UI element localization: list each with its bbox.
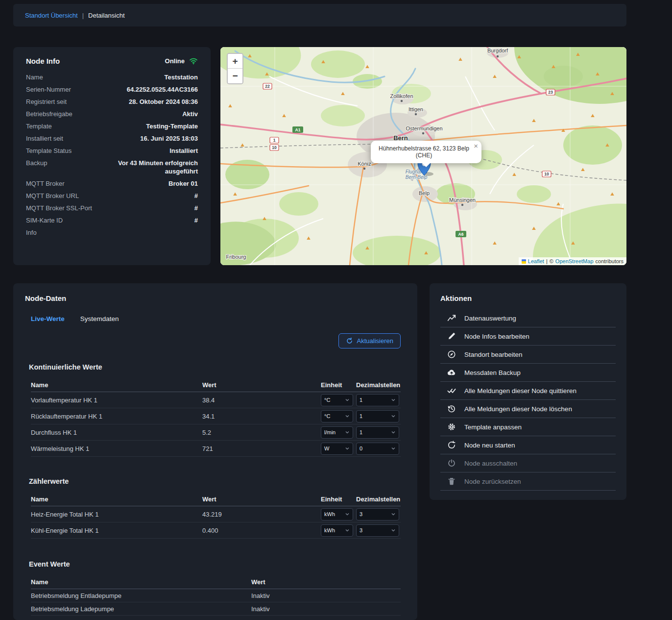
breadcrumb-link-standort-uebersicht[interactable]: Standort Übersicht: [25, 12, 78, 19]
table-row: Betriebsmeldung Entladepumpe Inaktiv: [31, 589, 401, 602]
actions-panel: Aktionen Datenauswertung Node Infos bear…: [430, 283, 626, 500]
select-value: 3: [360, 511, 362, 517]
chevron-down-icon: [345, 397, 350, 402]
status-text: Online: [165, 57, 185, 65]
zoom-out-button[interactable]: −: [228, 69, 242, 83]
cell-name: Durchfluss HK 1: [31, 429, 202, 436]
dezimalstellen-select[interactable]: 1: [356, 394, 399, 406]
tab-live-werte[interactable]: Live-Werte: [31, 315, 65, 322]
table-row: Wärmeleistung HK 1 721 W 0: [31, 441, 401, 457]
node-info-row: BetriebsfreigabeAktiv: [26, 108, 198, 120]
einheit-select[interactable]: °C: [321, 410, 353, 422]
action-meldungen-quittieren[interactable]: Alle Meldungen dieser Node quittieren: [440, 382, 616, 400]
map-label-muensingen: Münsingen: [449, 197, 476, 203]
chevron-down-icon: [391, 414, 396, 419]
action-label: Messdaten Backup: [464, 369, 521, 376]
node-info-rows: NameTeststation Serien-Nummer64.2252.052…: [26, 71, 198, 239]
row-value: #: [194, 192, 198, 200]
table-row: Kühl-Energie Total HK 1 0.400 kWh 3: [31, 522, 401, 539]
action-label: Template anpassen: [464, 423, 522, 431]
cell-name: Wärmeleistung HK 1: [31, 445, 202, 452]
action-list: Datenauswertung Node Infos bearbeiten St…: [440, 309, 616, 491]
dezimalstellen-select[interactable]: 0: [356, 443, 399, 455]
select-value: 3: [360, 527, 362, 533]
node-data-tabs: Live-Werte Systemdaten: [31, 315, 406, 322]
einheit-select[interactable]: kWh: [321, 508, 353, 521]
action-messdaten-backup[interactable]: Messdaten Backup: [440, 364, 616, 382]
route-badge-10-west: 10: [272, 145, 277, 150]
col-name: Name: [31, 381, 202, 389]
action-node-neu-starten[interactable]: Node neu starten: [440, 436, 616, 454]
popup-close-icon[interactable]: ×: [474, 142, 478, 150]
dezimalstellen-select[interactable]: 3: [356, 508, 399, 521]
action-node-ausschalten[interactable]: Node ausschalten: [440, 454, 616, 472]
chevron-down-icon: [345, 430, 350, 435]
events-heading: Event Werte: [29, 560, 406, 568]
cell-wert: 721: [202, 445, 321, 452]
cell-wert: 38.4: [202, 397, 321, 404]
map[interactable]: Burgdorf Zollikofen Ittigen Ostermundige…: [220, 47, 626, 265]
dezimalstellen-select[interactable]: 3: [356, 524, 399, 537]
einheit-select[interactable]: kWh: [321, 524, 353, 537]
page: Standort Übersicht | Detailansicht Node …: [0, 0, 672, 620]
chevron-down-icon: [345, 446, 350, 451]
cell-name: Betriebsmeldung Entladepumpe: [31, 592, 251, 599]
action-template-anpassen[interactable]: Template anpassen: [440, 418, 616, 436]
node-info-row: TemplateTesting-Template: [26, 120, 198, 132]
chevron-down-icon: [391, 397, 396, 402]
action-standort-bearbeiten[interactable]: Standort bearbeiten: [440, 346, 616, 364]
table-row: Vorlauftemperatur HK 1 38.4 °C 1: [31, 392, 401, 408]
dezimalstellen-select[interactable]: 1: [356, 426, 399, 439]
route-badge-23: 23: [548, 90, 553, 95]
col-wert: Wert: [202, 496, 321, 503]
action-meldungen-loeschen[interactable]: Alle Meldungen dieser Node löschen: [440, 400, 616, 418]
actions-title: Aktionen: [440, 294, 616, 302]
zoom-in-button[interactable]: +: [228, 54, 242, 69]
refresh-button[interactable]: Aktualisieren: [338, 333, 401, 348]
cell-name: Rücklauftemperatur HK 1: [31, 413, 202, 420]
chevron-down-icon: [391, 446, 396, 451]
action-label: Alle Meldungen dieser Node löschen: [464, 405, 572, 413]
chart-line-icon: [447, 314, 456, 322]
map-popup: Hühnerhubelstrasse 62, 3123 Belp (CHE) ×: [371, 141, 481, 163]
action-label: Node Infos bearbeiten: [464, 333, 529, 340]
row-value: Testing-Template: [146, 122, 198, 130]
chevron-down-icon: [345, 512, 350, 517]
row-value: Installiert: [169, 147, 198, 155]
map-popup-text: Hühnerhubelstrasse 62, 3123 Belp (CHE): [379, 145, 469, 159]
action-node-infos-bearbeiten[interactable]: Node Infos bearbeiten: [440, 327, 616, 346]
einheit-select[interactable]: l/min: [321, 426, 353, 439]
refresh-icon: [346, 337, 353, 345]
map-label-belp: Belp: [419, 190, 430, 196]
refresh-label: Aktualisieren: [357, 337, 393, 345]
einheit-select[interactable]: W: [321, 443, 353, 455]
node-info-row: MQTT BrokerBroker 01: [26, 177, 198, 190]
table-row: Rücklauftemperatur HK 1 34.1 °C 1: [31, 408, 401, 424]
chevron-down-icon: [391, 528, 396, 533]
osm-link[interactable]: OpenStreetMap: [555, 258, 594, 264]
table-header: Name Wert: [31, 575, 401, 589]
row-label: MQTT Broker URL: [26, 192, 79, 200]
continuous-heading: Kontinuierliche Werte: [29, 363, 406, 371]
row-value: 16. Juni 2025 18:03: [140, 134, 198, 143]
action-node-zuruecksetzen[interactable]: Node zurücksetzen: [440, 472, 616, 491]
action-datenauswertung[interactable]: Datenauswertung: [440, 309, 616, 327]
leaflet-link[interactable]: Leaflet: [528, 258, 544, 264]
chevron-down-icon: [345, 528, 350, 533]
breadcrumb: Standort Übersicht | Detailansicht: [13, 4, 626, 26]
cell-wert: 34.1: [202, 413, 321, 420]
select-value: l/min: [324, 429, 336, 435]
history-icon: [447, 404, 456, 413]
row-value: #: [194, 204, 198, 212]
node-info-row: MQTT Broker URL#: [26, 190, 198, 202]
dezimalstellen-select[interactable]: 1: [356, 410, 399, 422]
cell-wert: 43.219: [202, 511, 321, 518]
row-label: Installiert seit: [26, 134, 63, 143]
double-check-icon: [447, 386, 456, 395]
node-info-panel: Node Info Online NameTeststation Serien-…: [13, 47, 211, 265]
tab-systemdaten[interactable]: Systemdaten: [80, 315, 119, 322]
map-label-koeniz: Köniz: [358, 161, 371, 167]
table-row: Heiz-Energie Total HK 1 43.219 kWh 3: [31, 506, 401, 522]
node-info-row: Info: [26, 226, 198, 239]
einheit-select[interactable]: °C: [321, 394, 353, 406]
